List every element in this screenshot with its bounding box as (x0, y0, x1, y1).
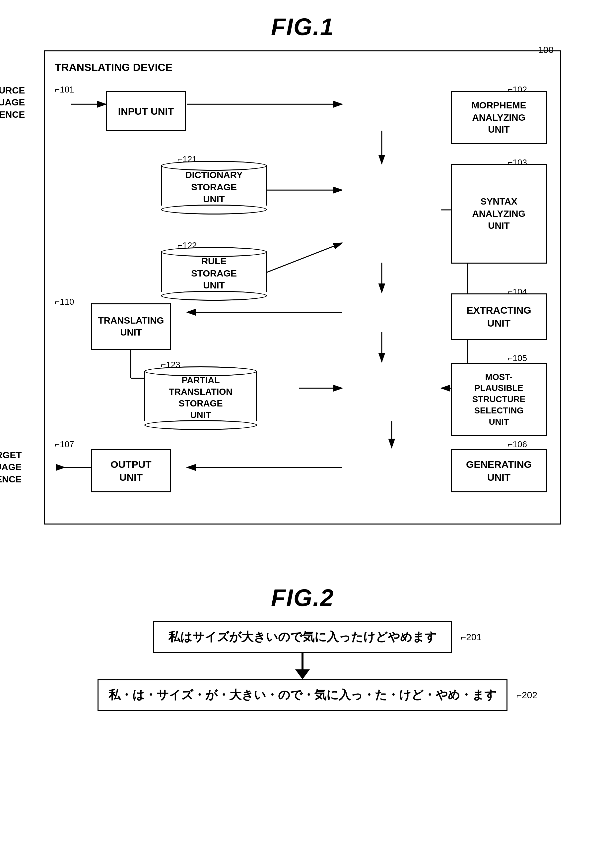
fig1-container: 100 TRANSLATING DEVICE (44, 50, 561, 524)
syntax-block: SYNTAXANALYZINGUNIT (451, 164, 547, 264)
svg-line-6 (266, 243, 342, 273)
ref-101: ⌐101 (55, 85, 74, 95)
extracting-block: EXTRACTINGUNIT (451, 293, 547, 340)
morpheme-block: MORPHEMEANALYZINGUNIT (451, 91, 547, 144)
dictionary-cylinder: DICTIONARYSTORAGEUNIT (161, 161, 267, 214)
device-label: TRANSLATING DEVICE (55, 61, 550, 74)
source-language-label: SOURCELANGUAGESENTENCE (0, 85, 25, 121)
ref-105: ⌐105 (507, 353, 527, 363)
generating-block: GENERATINGUNIT (451, 449, 547, 492)
ref-106: ⌐106 (507, 439, 527, 450)
ref-107: ⌐107 (55, 439, 74, 450)
ref-202: ⌐202 (517, 690, 537, 701)
target-language-label: TARGETLANGUAGESENTENCE (0, 449, 22, 485)
partial-cylinder: PARTIALTRANSLATIONSTORAGEUNIT (144, 366, 257, 430)
fig2-container: 私はサイズが大きいので気に入ったけどやめます ⌐201 私・は・サイズ・が・大き… (44, 622, 561, 711)
most-plausible-block: MOST-PLAUSIBLESTRUCTURESELECTINGUNIT (451, 363, 547, 436)
input-unit-block: INPUT UNIT (106, 91, 186, 131)
output-block: OUTPUTUNIT (91, 449, 171, 492)
fig2-box1: 私はサイズが大きいので気に入ったけどやめます (153, 622, 452, 653)
translating-block: TRANSLATINGUNIT (91, 303, 171, 350)
rule-cylinder: RULESTORAGEUNIT (161, 247, 267, 301)
ref-100: 100 (538, 45, 554, 55)
fig2-arrow (295, 653, 310, 679)
outer-box: 100 TRANSLATING DEVICE (44, 50, 561, 524)
fig2-box2-wrap: 私・は・サイズ・が・大きい・ので・気に入っ・た・けど・やめ・ます ⌐202 (98, 679, 507, 711)
ref-110: ⌐110 (55, 297, 74, 307)
fig2-flow: 私はサイズが大きいので気に入ったけどやめます ⌐201 私・は・サイズ・が・大き… (44, 622, 561, 711)
ref-201: ⌐201 (461, 632, 482, 643)
fig2-box1-wrap: 私はサイズが大きいので気に入ったけどやめます ⌐201 (153, 622, 452, 653)
fig1-title: FIG.1 (271, 13, 334, 40)
fig2-title: FIG.2 (271, 584, 334, 611)
fig2-box2: 私・は・サイズ・が・大きい・ので・気に入っ・た・けど・やめ・ます (98, 679, 507, 711)
